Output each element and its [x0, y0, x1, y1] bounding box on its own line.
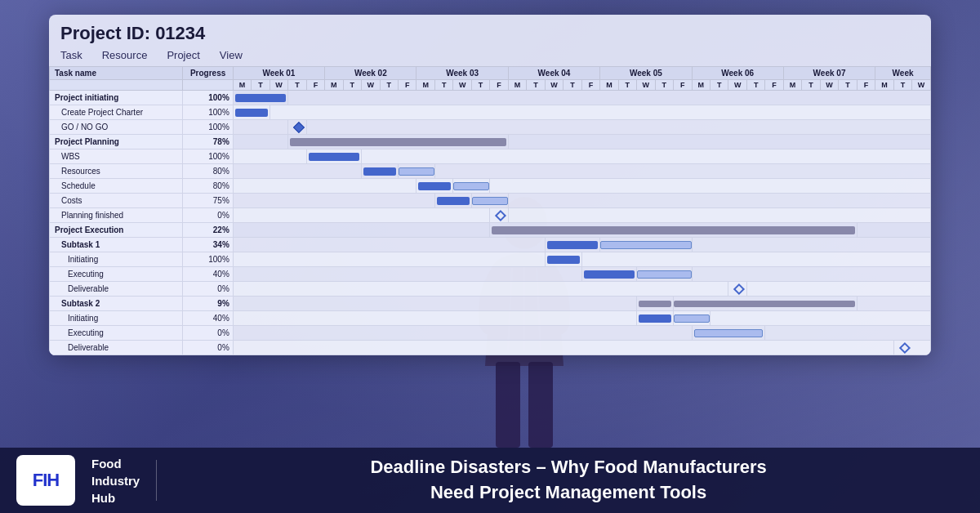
project-id: Project ID: 01234: [49, 15, 931, 47]
bottom-bar: FIH Food Industry Hub Deadline Disasters…: [0, 448, 980, 513]
table-row: Initiating 100%: [50, 252, 931, 267]
gantt-panel: Project ID: 01234 Task Resource Project …: [49, 15, 931, 355]
week-02: Week 02: [325, 67, 416, 80]
week-header-row: Task name Progress Week 01 Week 02 Week …: [50, 67, 931, 80]
table-row: Executing 40%: [50, 267, 931, 282]
table-row: Subtask 1 34%: [50, 238, 931, 252]
table-row: Deliverable 0%: [50, 282, 931, 297]
table-row: Executing 0%: [50, 326, 931, 341]
table-row: GO / NO GO 100%: [50, 120, 931, 135]
gantt-table: Task name Progress Week 01 Week 02 Week …: [49, 66, 931, 355]
table-row: Schedule 80%: [50, 179, 931, 194]
table-row: Costs 75%: [50, 194, 931, 208]
week-04: Week 04: [508, 67, 599, 80]
menu-task[interactable]: Task: [60, 49, 82, 61]
week-01: Week 01: [233, 67, 324, 80]
table-row: Create Project Charter 100%: [50, 105, 931, 120]
headline: Deadline Disasters – Why Food Manufactur…: [173, 455, 964, 506]
logo-text: FIH: [33, 470, 59, 491]
week-07: Week 07: [783, 67, 875, 80]
table-row: Initiating 40%: [50, 311, 931, 326]
divider: [156, 460, 157, 501]
company-name: Food Industry Hub: [91, 455, 140, 506]
menu-view[interactable]: View: [220, 49, 243, 61]
logo-box: FIH: [16, 455, 75, 506]
table-row: Project initiating 100%: [50, 91, 931, 105]
table-row: WBS 100%: [50, 149, 931, 164]
week-06: Week 06: [692, 67, 783, 80]
table-row: Project Planning 78%: [50, 135, 931, 149]
menu-project[interactable]: Project: [167, 49, 199, 61]
table-row: Project Execution 22%: [50, 223, 931, 238]
svg-rect-4: [496, 362, 520, 448]
table-row: Subtask 2 9%: [50, 297, 931, 311]
menu-bar: Task Resource Project View: [49, 47, 931, 66]
table-row: Deliverable 0%: [50, 341, 931, 355]
col-progress: Progress: [183, 67, 233, 80]
week-more: Week: [875, 67, 931, 80]
week-05: Week 05: [600, 67, 692, 80]
day-header-row: MTWTF MTWTF MTWTF MTWTF MTWTF MTWTF MTWT…: [50, 80, 931, 91]
menu-resource[interactable]: Resource: [102, 49, 148, 61]
table-row: Resources 80%: [50, 164, 931, 179]
col-task-name: Task name: [50, 67, 183, 80]
table-row: Planning finished 0%: [50, 208, 931, 223]
week-03: Week 03: [416, 67, 508, 80]
svg-rect-5: [528, 362, 553, 448]
